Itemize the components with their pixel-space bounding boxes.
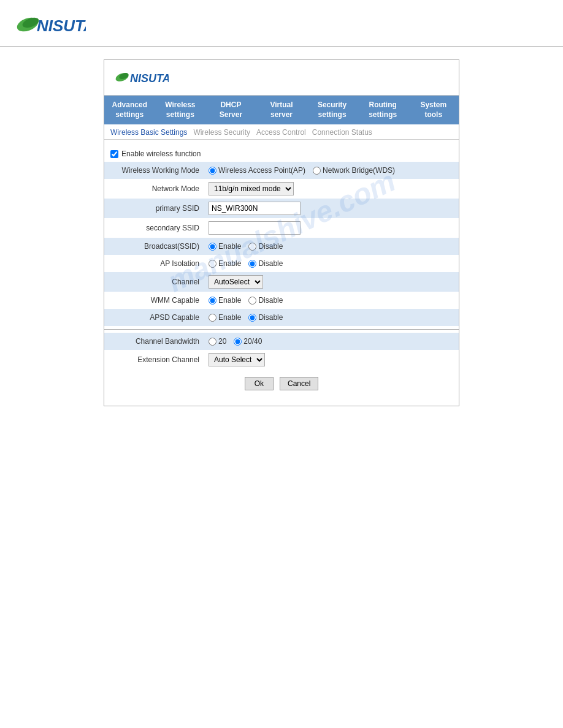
tab-wireless-basic[interactable]: Wireless Basic Settings — [110, 128, 187, 139]
broadcast-disable-label: Disable — [258, 242, 283, 251]
cancel-button[interactable]: Cancel — [280, 377, 318, 390]
channel-label: Channel — [110, 278, 209, 286]
wmm-enable-option[interactable]: Enable — [209, 296, 241, 305]
svg-text:NISUTA: NISUTA — [37, 17, 86, 35]
bandwidth-2040-label: 20/40 — [243, 337, 262, 346]
wmm-capable-label: WMM Capable — [110, 296, 209, 305]
ap-isolation-disable-label: Disable — [258, 259, 283, 268]
nav-wireless-settings[interactable]: Wireless settings — [155, 96, 206, 124]
wmm-capable-control: Enable Disable — [209, 296, 446, 305]
wireless-working-mode-control: Wireless Access Point(AP) Network Bridge… — [209, 166, 446, 175]
bandwidth-20-label: 20 — [218, 337, 226, 346]
ap-isolation-control: Enable Disable — [209, 259, 446, 268]
bandwidth-20-radio[interactable] — [209, 338, 216, 346]
apsd-capable-control: Enable Disable — [209, 313, 446, 322]
nav-virtual-server[interactable]: Virtual server — [256, 96, 307, 124]
content-area: Enable wireless function Wireless Workin… — [104, 140, 459, 406]
nav-bar: Advanced settings Wireless settings DHCP… — [104, 96, 459, 124]
ap-isolation-enable-radio[interactable] — [209, 260, 216, 268]
extension-channel-label: Extension Channel — [110, 355, 209, 364]
svg-text:NISUTA: NISUTA — [130, 72, 169, 85]
nav-security-settings[interactable]: Security settings — [307, 96, 358, 124]
secondary-ssid-row: secondary SSID — [104, 218, 459, 238]
broadcast-ssid-control: Enable Disable — [209, 242, 446, 251]
extension-channel-select[interactable]: Auto Select — [209, 353, 265, 366]
ok-button[interactable]: Ok — [245, 377, 274, 390]
channel-select[interactable]: AutoSelect — [209, 275, 263, 289]
network-mode-control: 11b/g/n mixed mode — [209, 182, 446, 195]
broadcast-ssid-label: Broadcast(SSID) — [110, 242, 209, 251]
enable-wireless-row: Enable wireless function — [104, 146, 459, 162]
divider — [104, 329, 459, 330]
apsd-enable-option[interactable]: Enable — [209, 313, 241, 322]
apsd-enable-label: Enable — [218, 313, 241, 322]
extension-channel-row: Extension Channel Auto Select — [104, 350, 459, 370]
ap-isolation-row: AP Isolation Enable Disable — [104, 255, 459, 272]
ap-option[interactable]: Wireless Access Point(AP) — [209, 166, 305, 175]
apsd-enable-radio[interactable] — [209, 314, 216, 322]
secondary-ssid-label: secondary SSID — [110, 224, 209, 232]
network-mode-select[interactable]: 11b/g/n mixed mode — [209, 182, 294, 195]
wds-option[interactable]: Network Bridge(WDS) — [313, 166, 395, 175]
apsd-disable-label: Disable — [258, 313, 283, 322]
nav-dhcp-server[interactable]: DHCP Server — [205, 96, 256, 124]
wmm-disable-label: Disable — [258, 296, 283, 305]
nav-advanced-settings[interactable]: Advanced settings — [104, 96, 155, 124]
broadcast-enable-option[interactable]: Enable — [209, 242, 241, 251]
wireless-working-mode-row: Wireless Working Mode Wireless Access Po… — [104, 162, 459, 179]
secondary-ssid-control — [209, 221, 446, 235]
wmm-disable-option[interactable]: Disable — [248, 296, 283, 305]
apsd-disable-option[interactable]: Disable — [248, 313, 283, 322]
channel-bandwidth-control: 20 20/40 — [209, 337, 446, 346]
nav-system-tools[interactable]: System tools — [408, 96, 459, 124]
ap-label: Wireless Access Point(AP) — [218, 166, 305, 175]
primary-ssid-row: primary SSID — [104, 199, 459, 218]
apsd-capable-row: APSD Capable Enable Disable — [104, 309, 459, 326]
extension-channel-control: Auto Select — [209, 353, 446, 366]
ap-isolation-disable-option[interactable]: Disable — [248, 259, 283, 268]
primary-ssid-control — [209, 202, 446, 215]
channel-control: AutoSelect — [209, 275, 446, 289]
apsd-capable-label: APSD Capable — [110, 313, 209, 322]
broadcast-disable-radio[interactable] — [248, 243, 256, 251]
bandwidth-20-option[interactable]: 20 — [209, 337, 226, 346]
primary-ssid-input[interactable] — [209, 202, 301, 215]
ap-isolation-enable-option[interactable]: Enable — [209, 259, 241, 268]
enable-wireless-label: Enable wireless function — [121, 150, 201, 158]
button-row: Ok Cancel — [104, 370, 459, 400]
tab-bar: Wireless Basic Settings Wireless Securit… — [104, 124, 459, 140]
wmm-capable-row: WMM Capable Enable Disable — [104, 292, 459, 309]
ap-isolation-disable-radio[interactable] — [248, 260, 256, 268]
network-mode-row: Network Mode 11b/g/n mixed mode — [104, 179, 459, 199]
broadcast-enable-radio[interactable] — [209, 243, 216, 251]
broadcast-disable-option[interactable]: Disable — [248, 242, 283, 251]
wmm-enable-radio[interactable] — [209, 297, 216, 305]
wireless-working-mode-label: Wireless Working Mode — [110, 166, 209, 175]
ap-radio[interactable] — [209, 167, 216, 175]
ap-isolation-label: AP Isolation — [110, 259, 209, 268]
channel-bandwidth-label: Channel Bandwidth — [110, 337, 209, 346]
wmm-disable-radio[interactable] — [248, 297, 256, 305]
wds-radio[interactable] — [313, 167, 321, 175]
broadcast-enable-label: Enable — [218, 242, 241, 251]
channel-row: Channel AutoSelect — [104, 272, 459, 292]
nav-routing-settings[interactable]: Routing settings — [358, 96, 408, 124]
channel-bandwidth-row: Channel Bandwidth 20 20/40 — [104, 333, 459, 350]
apsd-disable-radio[interactable] — [248, 314, 256, 322]
wmm-enable-label: Enable — [218, 296, 241, 305]
bandwidth-2040-option[interactable]: 20/40 — [234, 337, 262, 346]
primary-ssid-label: primary SSID — [110, 204, 209, 213]
broadcast-ssid-row: Broadcast(SSID) Enable Disable — [104, 238, 459, 255]
network-mode-label: Network Mode — [110, 184, 209, 193]
secondary-ssid-input[interactable] — [209, 221, 301, 235]
enable-wireless-checkbox[interactable] — [110, 150, 118, 158]
ap-isolation-enable-label: Enable — [218, 259, 241, 268]
bandwidth-2040-radio[interactable] — [234, 338, 242, 346]
wds-label: Network Bridge(WDS) — [323, 166, 395, 175]
outer-logo: NISUTA — [12, 9, 551, 40]
inner-header: NISUTA — [104, 60, 459, 96]
